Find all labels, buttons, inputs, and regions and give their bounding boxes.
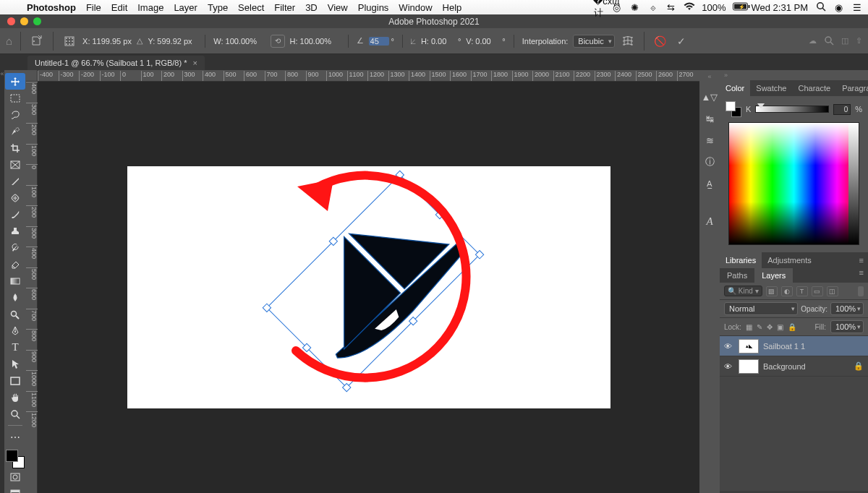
status-icon-1[interactable]: ◎ <box>611 2 622 13</box>
cancel-transform-button[interactable]: 🚫 <box>652 33 668 49</box>
layer-name[interactable]: Background <box>763 362 806 371</box>
tab-paragraph[interactable]: Paragrap <box>836 80 868 96</box>
filter-pixel-icon[interactable]: ▨ <box>766 286 778 296</box>
blend-mode-select[interactable]: Normal <box>724 302 798 315</box>
panel-menu-icon[interactable]: ≡ <box>855 268 868 283</box>
cloud-docs-icon[interactable]: ☁ <box>809 36 817 46</box>
tab-adjustments[interactable]: Adjustments <box>762 252 817 268</box>
fill-field[interactable]: 100% <box>830 320 864 333</box>
path-select-tool[interactable] <box>5 356 25 372</box>
clock[interactable]: Wed 2:31 PM <box>751 2 808 13</box>
menu-file[interactable]: File <box>86 2 101 13</box>
grayscale-value[interactable]: 0 <box>833 104 851 115</box>
lock-all-icon[interactable]: 🔒 <box>788 323 796 331</box>
menu-plugins[interactable]: Plugins <box>358 2 389 13</box>
height-field[interactable]: H: <box>290 37 340 46</box>
pen-tool[interactable] <box>5 322 25 339</box>
hand-tool[interactable] <box>5 389 25 406</box>
layer-row[interactable]: 👁 ▴◣ Sailboat 1 1 <box>720 336 868 356</box>
tab-color[interactable]: Color <box>720 80 750 96</box>
wifi-icon[interactable] <box>684 2 694 13</box>
dodge-tool[interactable] <box>5 306 25 322</box>
transform-tool-icon[interactable] <box>29 33 45 49</box>
frame-tool[interactable] <box>5 156 25 173</box>
filter-toggle[interactable] <box>858 286 864 296</box>
xy-delta-icon[interactable]: △ <box>137 36 142 46</box>
expand-panels-icon[interactable]: « <box>707 73 711 80</box>
close-tab-icon[interactable]: × <box>193 59 197 67</box>
grayscale-slider[interactable] <box>755 106 829 113</box>
window-close-button[interactable] <box>7 17 15 25</box>
menu-view[interactable]: View <box>328 2 348 13</box>
glyphs-panel-icon[interactable]: A <box>702 213 718 229</box>
window-zoom-button[interactable] <box>33 17 41 25</box>
reference-point-icon[interactable] <box>61 33 77 49</box>
stamp-tool[interactable] <box>5 223 25 239</box>
skew-h-field[interactable]: H:° <box>421 37 461 46</box>
layer-row[interactable]: 👁 Background 🔒 <box>720 356 868 377</box>
filter-smart-icon[interactable]: ◫ <box>827 286 838 296</box>
healing-tool[interactable] <box>5 189 25 206</box>
artboard[interactable] <box>127 166 610 408</box>
edit-toolbar-icon[interactable]: ⋯ <box>5 429 25 445</box>
menu-3d[interactable]: 3D <box>305 2 318 13</box>
arrange-docs-icon[interactable]: ◫ <box>841 36 848 46</box>
app-name-menu[interactable]: Photoshop <box>27 2 76 13</box>
visibility-toggle[interactable]: 👁 <box>724 342 734 351</box>
eyedropper-tool[interactable] <box>5 173 25 189</box>
character-panel-icon[interactable]: A̲ <box>702 176 718 192</box>
canvas-area[interactable] <box>38 82 699 493</box>
layer-name[interactable]: Sailboat 1 1 <box>763 342 805 351</box>
lock-position-icon[interactable]: ✥ <box>767 323 773 331</box>
crop-tool[interactable] <box>5 140 25 156</box>
tab-layers[interactable]: Layers <box>754 268 793 283</box>
status-icon-3[interactable]: ⟐ <box>647 2 658 13</box>
lock-paint-icon[interactable]: ✎ <box>757 323 762 331</box>
battery-icon[interactable]: ⚡ <box>733 2 744 13</box>
filter-type-icon[interactable]: T <box>796 286 808 296</box>
aspect-lock-icon[interactable]: ⟲ <box>271 35 285 48</box>
status-icon-2[interactable]: ✺ <box>629 2 640 13</box>
menu-help[interactable]: Help <box>443 2 462 13</box>
history-panel-icon[interactable]: ▲▽ <box>702 89 718 105</box>
screen-mode-icon[interactable] <box>5 485 25 493</box>
menu-edit[interactable]: Edit <box>111 2 127 13</box>
status-icon-4[interactable]: ⇆ <box>665 2 676 13</box>
info-panel-icon[interactable]: ⓘ <box>702 154 718 170</box>
ruler-horizontal[interactable]: -400-300-200-100010020030040050060070080… <box>26 70 699 82</box>
lock-artboard-icon[interactable]: ▣ <box>777 323 783 331</box>
zoom-tool[interactable] <box>5 406 25 422</box>
control-center-icon[interactable]: ☰ <box>851 2 862 13</box>
panel-fgbg-swatch[interactable] <box>726 101 741 117</box>
menu-image[interactable]: Image <box>137 2 163 13</box>
rotate-field[interactable]: ° <box>369 37 394 46</box>
color-swatches[interactable] <box>6 450 25 468</box>
width-field[interactable]: W: <box>213 37 265 46</box>
menu-select[interactable]: Select <box>238 2 264 13</box>
quick-select-tool[interactable] <box>5 123 25 140</box>
adjustments-panel-icon[interactable]: ≋ <box>702 132 718 148</box>
layer-filter-kind[interactable]: 🔍 Kind ▾ <box>724 286 762 296</box>
y-field[interactable]: Y: <box>148 37 197 46</box>
eraser-tool[interactable] <box>5 256 25 273</box>
warp-mode-icon[interactable] <box>620 33 636 49</box>
visibility-toggle[interactable]: 👁 <box>724 362 734 371</box>
tab-character[interactable]: Characte <box>793 80 837 96</box>
menu-type[interactable]: Type <box>208 2 228 13</box>
search-icon[interactable] <box>824 35 834 47</box>
share-icon[interactable]: ⇧ <box>856 36 862 46</box>
quick-mask-icon[interactable] <box>5 468 25 485</box>
siri-icon[interactable]: ◉ <box>833 2 844 13</box>
menu-filter[interactable]: Filter <box>274 2 295 13</box>
type-tool[interactable]: T <box>5 339 25 356</box>
filter-adjust-icon[interactable]: ◐ <box>781 286 793 296</box>
marquee-tool[interactable] <box>5 90 25 106</box>
lock-transparent-icon[interactable]: ▦ <box>746 323 752 331</box>
interpolation-select[interactable]: Bicubic <box>573 35 614 48</box>
color-spectrum[interactable] <box>728 122 859 245</box>
properties-panel-icon[interactable]: ↹ <box>702 111 718 127</box>
transform-bounding-box[interactable] <box>268 176 478 386</box>
lasso-tool[interactable] <box>5 106 25 123</box>
filter-shape-icon[interactable]: ▭ <box>812 286 823 296</box>
window-minimize-button[interactable] <box>20 17 28 25</box>
